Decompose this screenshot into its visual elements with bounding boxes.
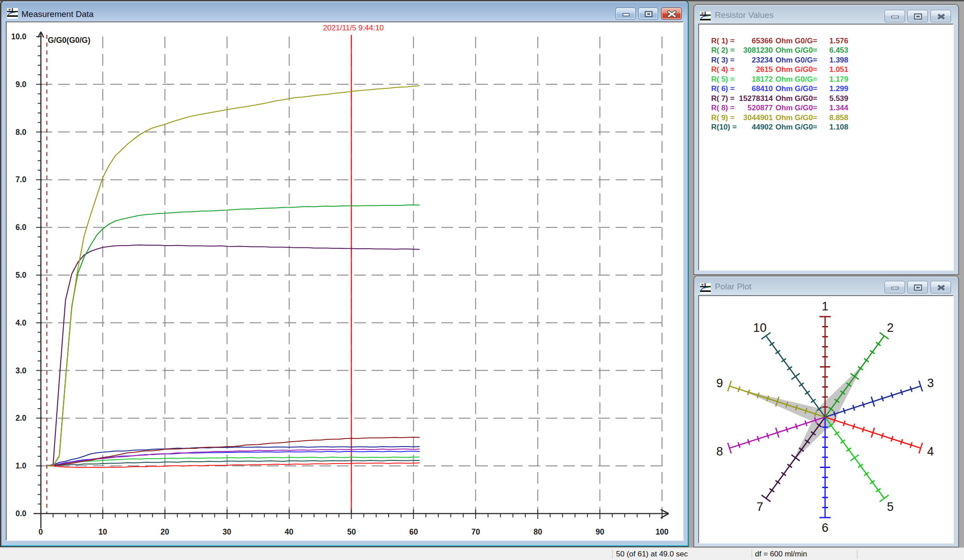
svg-text:6: 6 — [821, 521, 828, 535]
svg-text:10: 10 — [98, 527, 107, 536]
svg-text:50: 50 — [347, 527, 356, 536]
svg-text:4: 4 — [927, 445, 934, 458]
svg-text:6.0: 6.0 — [16, 223, 27, 232]
svg-text:7: 7 — [756, 500, 763, 514]
svg-text:8: 8 — [716, 445, 723, 458]
svg-text:1: 1 — [821, 300, 828, 313]
svg-text:90: 90 — [595, 527, 604, 536]
svg-text:3: 3 — [927, 376, 934, 390]
svg-text:9.0: 9.0 — [16, 80, 27, 89]
svg-text:60: 60 — [409, 527, 418, 536]
svg-text:30: 30 — [222, 527, 231, 536]
svg-text:G/G0(G0/G): G/G0(G0/G) — [48, 36, 90, 45]
svg-text:1.0: 1.0 — [16, 461, 27, 470]
svg-text:100: 100 — [655, 527, 668, 536]
svg-text:4.0: 4.0 — [16, 318, 27, 327]
svg-text:10: 10 — [753, 321, 767, 334]
svg-text:10.0: 10.0 — [11, 32, 26, 41]
svg-text:2.0: 2.0 — [16, 414, 27, 422]
svg-text:5.0: 5.0 — [16, 271, 27, 280]
svg-text:2021/11/5 9:44:10: 2021/11/5 9:44:10 — [323, 24, 384, 32]
svg-text:80: 80 — [533, 527, 542, 536]
svg-text:0.0: 0.0 — [16, 509, 27, 518]
svg-text:7.0: 7.0 — [16, 175, 27, 184]
svg-text:3.0: 3.0 — [16, 366, 27, 375]
svg-text:40: 40 — [285, 527, 293, 536]
svg-text:2: 2 — [887, 321, 893, 334]
svg-text:9: 9 — [716, 376, 723, 390]
svg-text:5: 5 — [887, 500, 893, 514]
svg-text:70: 70 — [471, 527, 480, 536]
svg-text:8.0: 8.0 — [16, 128, 27, 137]
svg-text:0: 0 — [38, 527, 43, 536]
svg-text:20: 20 — [160, 527, 169, 536]
